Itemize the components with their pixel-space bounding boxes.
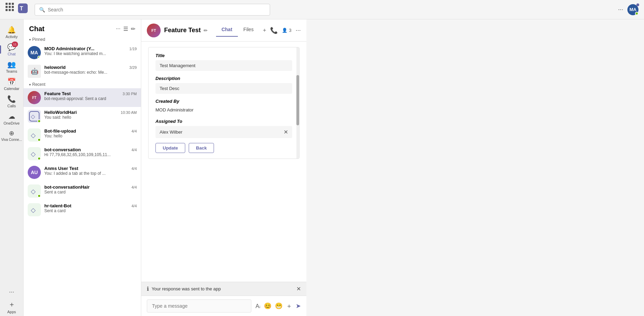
list-item[interactable]: ◇ Bot-file-upload 4/4 You: hello	[24, 126, 141, 144]
tab-chat[interactable]: Chat	[216, 24, 238, 37]
update-button[interactable]: Update	[155, 143, 185, 153]
chat-time: 4/4	[132, 185, 137, 189]
app-dots-icon[interactable]	[6, 3, 14, 11]
list-item[interactable]: ◇ HelloWorldHari 10:30 AM You said: hell…	[24, 107, 141, 126]
pinned-label: Pinned	[32, 37, 45, 42]
sidebar-item-calls[interactable]: 📞 Calls	[0, 93, 23, 110]
assigned-to-value: Alex Wilber	[160, 129, 182, 135]
scrollbar-thumb[interactable]	[296, 75, 299, 125]
sidebar-item-calendar[interactable]: 📅 Calendar	[0, 75, 23, 93]
search-input[interactable]	[48, 7, 266, 12]
chat-time: 3:30 PM	[123, 92, 137, 96]
filter-button[interactable]: ☰	[123, 26, 128, 32]
search-icon: 🔍	[39, 7, 45, 12]
teams-logo: T	[17, 2, 29, 15]
chat-time: 1/19	[129, 47, 137, 51]
created-by-value: MOD Administrator	[155, 106, 292, 114]
chat-preview: You: I added a tab at the top of ...	[44, 171, 137, 176]
new-chat-button[interactable]: ✏	[131, 26, 135, 32]
chat-name: bot-conversationHair	[44, 184, 90, 190]
status-dot	[37, 157, 41, 160]
chat-info: bot-conversation 4/4 Hi 77,79,68,32,65,1…	[44, 147, 137, 157]
list-item[interactable]: AU Anms User Test 4/4 You: I added a tab…	[24, 163, 141, 182]
sidebar-item-more[interactable]: ···	[0, 286, 23, 298]
chat-info: Bot-file-upload 4/4 You: hello	[44, 128, 137, 138]
sidebar-actions: ··· ☰ ✏	[116, 26, 135, 32]
back-button[interactable]: Back	[189, 143, 214, 153]
list-item[interactable]: MA MOD Administrator (Y... 1/19 You: I l…	[24, 43, 141, 62]
status-dot	[37, 56, 41, 59]
list-item[interactable]: FT Feature Test 3:30 PM bot-request-appr…	[24, 88, 141, 107]
list-item[interactable]: 🤖 heloworld 3/29 bot-message-reaction: e…	[24, 62, 141, 81]
sidebar-item-viva[interactable]: ⊕ Viva Conne...	[0, 127, 23, 144]
more-icon: ···	[9, 288, 14, 296]
content-area: Title Test Management Description Test D…	[141, 42, 306, 316]
onedrive-icon: ☁	[8, 112, 15, 120]
tab-files[interactable]: Files	[238, 24, 259, 37]
title-value: Test Management	[155, 60, 292, 71]
group-avatar: FT	[147, 24, 161, 37]
chat-preview: Hi 77,79,68,32,65,100,109,105,11...	[44, 152, 137, 157]
chat-preview: bot-message-reaction: echo: Me...	[44, 70, 137, 75]
card-actions: Update Back	[155, 143, 292, 153]
status-dot	[37, 194, 41, 198]
card-field-description: Description Test Desc	[155, 76, 292, 94]
chat-name: heloworld	[44, 65, 65, 70]
avatar: MA	[28, 46, 41, 59]
chat-time: 10:30 AM	[121, 110, 137, 115]
message-area: Title Test Management Description Test D…	[141, 42, 306, 282]
chat-preview: You: I like watching animated m...	[44, 51, 137, 56]
chat-label: Chat	[8, 52, 16, 56]
participants-icon: 👤	[282, 28, 287, 33]
chat-name: MOD Administrator (Y...	[44, 46, 95, 51]
chat-badge: 11	[12, 42, 18, 47]
edit-icon[interactable]: ✏	[204, 28, 208, 33]
list-item[interactable]: ◇ bot-conversationHair 4/4 Sent a card	[24, 182, 141, 200]
pinned-chevron-icon: ▾	[29, 38, 31, 42]
sidebar-item-apps[interactable]: ＋ Apps	[0, 298, 23, 316]
notification-close-button[interactable]: ✕	[296, 286, 301, 292]
svg-text:◇: ◇	[31, 188, 36, 195]
main-header: FT Feature Test ✏ Chat Files ＋ 📞 👤 3 ···	[141, 19, 306, 42]
add-tab-button[interactable]: ＋	[259, 24, 270, 37]
sidebar-item-onedrive[interactable]: ☁ OneDrive	[0, 110, 23, 127]
send-icon[interactable]: ➤	[296, 302, 301, 310]
pinned-section-header[interactable]: ▾ Pinned	[24, 36, 141, 43]
avatar: 🤖	[28, 65, 41, 78]
header-right: 📞 👤 3 ···	[270, 27, 301, 34]
more-options-button[interactable]: ···	[116, 26, 120, 32]
header-more-icon[interactable]: ···	[296, 27, 301, 34]
sidebar-item-teams[interactable]: 👥 Teams	[0, 58, 23, 75]
chat-info: Anms User Test 4/4 You: I added a tab at…	[44, 166, 137, 176]
avatar: FT	[28, 91, 41, 104]
sidebar-item-chat[interactable]: 💬 11 Chat	[0, 41, 23, 58]
list-item[interactable]: ◇ hr-talent-Bot 4/4 Sent a card	[24, 200, 141, 219]
chat-time: 3/29	[129, 65, 137, 70]
search-bar[interactable]: 🔍	[35, 4, 270, 16]
emoji-icon[interactable]: 😊	[264, 302, 271, 310]
viva-icon: ⊕	[9, 129, 14, 137]
chat-time: 4/4	[132, 166, 137, 171]
main-chat-name: Feature Test	[164, 27, 201, 34]
chat-time: 4/4	[132, 204, 137, 208]
activity-label: Activity	[6, 35, 18, 39]
attach-icon[interactable]: ＋	[286, 302, 292, 310]
notification-bar-left: ℹ Your response was sent to the app	[147, 286, 221, 292]
chat-name: Bot-file-upload	[44, 128, 76, 134]
recent-section-header[interactable]: ▾ Recent	[24, 81, 141, 88]
chat-info: MOD Administrator (Y... 1/19 You: I like…	[44, 46, 137, 56]
chat-preview: You: hello	[44, 134, 137, 138]
participants-button[interactable]: 👤 3	[282, 28, 291, 33]
description-label: Description	[155, 76, 292, 81]
list-item[interactable]: ◇ bot-conversation 4/4 Hi 77,79,68,32,65…	[24, 144, 141, 163]
video-call-icon[interactable]: 📞	[270, 27, 278, 34]
svg-text:🤖: 🤖	[31, 67, 39, 75]
clear-assigned-button[interactable]: ✕	[284, 129, 288, 135]
sidebar-item-activity[interactable]: 🔔 Activity	[0, 24, 23, 41]
sticker-icon[interactable]: 😁	[275, 302, 283, 310]
message-input[interactable]	[147, 299, 251, 313]
svg-text:◇: ◇	[31, 151, 36, 157]
format-icon[interactable]: Aᵢ	[256, 303, 260, 309]
onedrive-label: OneDrive	[3, 121, 19, 125]
calendar-label: Calendar	[4, 87, 19, 91]
